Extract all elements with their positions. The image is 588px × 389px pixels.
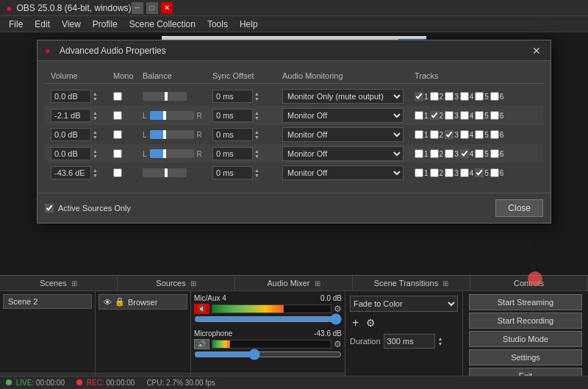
track-5-2[interactable] xyxy=(430,168,439,177)
track-5-3[interactable] xyxy=(445,168,453,177)
track-3-1[interactable] xyxy=(415,130,423,139)
mono-checkbox-3[interactable] xyxy=(113,130,122,139)
tab-scenes[interactable]: Scenes ⊞ xyxy=(0,276,118,290)
track-4-3[interactable] xyxy=(445,149,453,158)
track-3-2[interactable] xyxy=(430,130,439,139)
track-4-2[interactable] xyxy=(430,149,439,158)
mixer-vol-slider-2[interactable] xyxy=(194,351,342,358)
track-4-1[interactable] xyxy=(415,149,423,158)
track-4-4[interactable] xyxy=(460,149,469,158)
dialog-close-btn[interactable]: Close xyxy=(495,199,543,217)
balance-slider-4[interactable] xyxy=(150,149,194,158)
mixer-settings-btn-1[interactable]: ⚙ xyxy=(334,304,342,314)
transition-select[interactable]: Fade to Color Cut Fade xyxy=(350,296,458,312)
mixer-settings-btn-2[interactable]: ⚙ xyxy=(334,339,342,349)
track-5-5[interactable] xyxy=(475,168,484,177)
tab-transitions[interactable]: Scene Transitions ⊞ xyxy=(353,276,470,290)
menu-file[interactable]: File xyxy=(3,18,29,31)
track-4-6[interactable] xyxy=(490,149,499,158)
track-1-5[interactable] xyxy=(475,92,484,101)
mixer-mute-btn-1[interactable]: 🔇 xyxy=(194,304,209,314)
start-streaming-button[interactable]: Start Streaming xyxy=(469,294,582,310)
track-1-4[interactable] xyxy=(460,92,469,101)
volume-input-5[interactable] xyxy=(51,166,91,179)
close-button[interactable]: ✕ xyxy=(161,2,173,14)
menu-tools[interactable]: Tools xyxy=(201,18,234,31)
source-item-browser[interactable]: 👁 🔒 Browser xyxy=(98,294,187,310)
mixer-mute-btn-2[interactable]: 🔊 xyxy=(194,339,209,349)
settings-button[interactable]: Settings xyxy=(469,349,582,365)
track-1-2[interactable] xyxy=(430,92,439,101)
balance-slider-1[interactable] xyxy=(143,92,187,101)
active-sources-check: Active Sources Only xyxy=(45,204,131,213)
scene-item-scene2[interactable]: Scene 2 xyxy=(3,294,92,309)
track-2-5[interactable] xyxy=(475,111,484,120)
track-2-2[interactable] xyxy=(430,111,439,120)
track-2-4[interactable] xyxy=(460,111,469,120)
track-3-5[interactable] xyxy=(475,130,484,139)
menu-help[interactable]: Help xyxy=(234,18,264,31)
tracks-cell-1: 1 2 3 4 5 6 xyxy=(415,92,562,101)
menu-edit[interactable]: Edit xyxy=(29,18,56,31)
rec-label: REC: xyxy=(87,379,104,387)
volume-input-1[interactable] xyxy=(51,90,91,103)
monitoring-select-3[interactable]: Monitor Off Monitor Only (mute output) xyxy=(282,127,404,142)
minimize-button[interactable]: ─ xyxy=(132,2,143,14)
sync-input-2[interactable] xyxy=(212,109,253,122)
track-1-1[interactable] xyxy=(415,92,423,101)
mixer-item-micaux4: Mic/Aux 4 0.0 dB 🔇 ⚙ xyxy=(194,294,342,325)
dialog-icon: ● xyxy=(45,46,55,56)
track-2-6[interactable] xyxy=(490,111,499,120)
cpu-label: CPU: xyxy=(146,379,164,387)
track-1-3[interactable] xyxy=(445,92,453,101)
track-2-3[interactable] xyxy=(445,111,453,120)
track-3-4[interactable] xyxy=(460,130,469,139)
monitoring-select-5[interactable]: Monitor Off Monitor Only (mute output) xyxy=(282,165,404,180)
balance-slider-3[interactable] xyxy=(150,130,194,139)
track-2-1[interactable] xyxy=(415,111,423,120)
mono-checkbox-5[interactable] xyxy=(113,168,122,177)
sync-input-4[interactable] xyxy=(212,147,253,160)
sync-input-5[interactable] xyxy=(212,166,253,179)
volume-input-3[interactable] xyxy=(51,128,91,141)
volume-input-4[interactable] xyxy=(51,147,91,160)
track-1-6[interactable] xyxy=(490,92,499,101)
menu-view[interactable]: View xyxy=(56,18,87,31)
track-3-3[interactable] xyxy=(445,130,453,139)
fps-value: 30.00 fps xyxy=(185,379,215,387)
track-5-6[interactable] xyxy=(490,168,499,177)
menu-scene-collection[interactable]: Scene Collection xyxy=(123,18,201,31)
monitoring-select-1[interactable]: Monitor Only (mute output) Monitor Off M… xyxy=(282,89,404,104)
mono-checkbox-4[interactable] xyxy=(113,149,122,158)
start-recording-button[interactable]: Start Recording xyxy=(469,313,582,329)
bottom-panels: Scenes ⊞ Sources ⊞ Audio Mixer ⊞ Scene T… xyxy=(0,275,588,389)
track-5-4[interactable] xyxy=(460,168,469,177)
volume-input-2[interactable] xyxy=(51,109,91,122)
track-3-6[interactable] xyxy=(490,130,499,139)
transition-add-button[interactable]: + xyxy=(350,316,361,329)
dialog-close-button[interactable]: ✕ xyxy=(530,44,543,57)
sync-input-1[interactable] xyxy=(212,90,253,103)
mono-checkbox-2[interactable] xyxy=(113,111,122,120)
duration-input[interactable] xyxy=(384,334,435,349)
mixer-vol-slider-1[interactable] xyxy=(194,315,342,323)
tab-audio-mixer[interactable]: Audio Mixer ⊞ xyxy=(235,276,353,290)
mono-checkbox-1[interactable] xyxy=(113,92,122,101)
active-sources-checkbox[interactable] xyxy=(45,204,54,213)
monitoring-select-4[interactable]: Monitor Off Monitor Only (mute output) xyxy=(282,146,404,161)
monitoring-select-2[interactable]: Monitor Off Monitor Only (mute output) M… xyxy=(282,108,404,123)
sync-input-3[interactable] xyxy=(212,128,253,141)
balance-slider-5[interactable] xyxy=(143,168,187,177)
transition-settings-button[interactable]: ⚙ xyxy=(364,317,378,329)
mixer-label-microphone: Microphone -43.6 dB xyxy=(194,329,342,338)
balance-slider-2[interactable] xyxy=(150,111,194,120)
menu-profile[interactable]: Profile xyxy=(87,18,123,31)
maximize-button[interactable]: □ xyxy=(146,2,158,14)
track-4-5[interactable] xyxy=(475,149,484,158)
title-bar-icon: ● xyxy=(6,2,12,14)
dialog-title-bar: ● Advanced Audio Properties ✕ xyxy=(37,40,551,61)
tab-sources[interactable]: Sources ⊞ xyxy=(118,276,235,290)
studio-mode-button[interactable]: Studio Mode xyxy=(469,331,582,347)
track-5-1[interactable] xyxy=(415,168,423,177)
tab-controls[interactable]: Controls xyxy=(470,276,588,290)
